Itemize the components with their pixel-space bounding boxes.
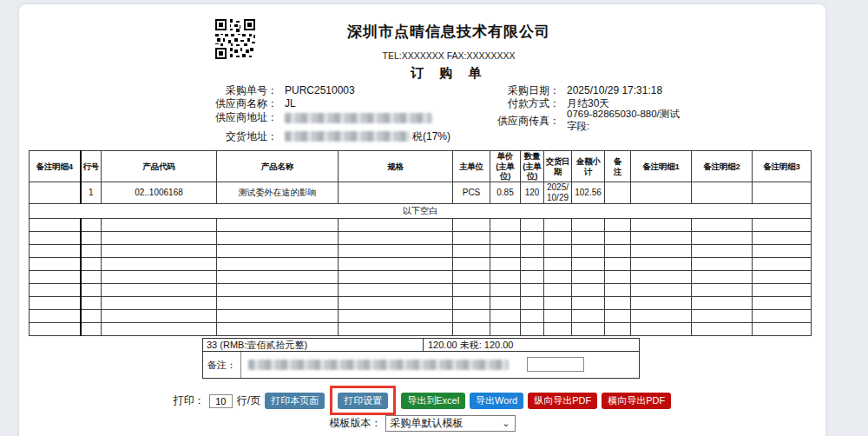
info-row: 付款方式：月结30天 bbox=[482, 97, 609, 109]
table-cell bbox=[572, 271, 605, 284]
table-cell bbox=[81, 284, 102, 297]
info-row: 采购单号：PURC2510003 bbox=[200, 84, 355, 96]
company-name: 深圳市点晴信息技术有限公司 bbox=[193, 22, 705, 42]
table-cell bbox=[631, 297, 692, 310]
table-cell bbox=[217, 323, 339, 336]
table-cell bbox=[631, 219, 692, 232]
table-cell bbox=[753, 323, 812, 336]
table-cell bbox=[81, 297, 102, 310]
table-cell bbox=[217, 271, 339, 284]
table-cell: 2025/10/29 bbox=[544, 182, 572, 204]
table-cell: 02..1006168 bbox=[102, 182, 217, 204]
table-cell bbox=[30, 245, 81, 258]
info-value: PURC2510003 bbox=[285, 84, 355, 96]
table-cell bbox=[490, 310, 521, 323]
empty-table-row bbox=[30, 284, 812, 297]
print-preview-page: 深圳市点晴信息技术有限公司 TEL:XXXXXXX FAX:XXXXXXXX 订… bbox=[19, 4, 825, 436]
export-excel-button[interactable]: 导出到Excel bbox=[401, 393, 465, 409]
table-cell bbox=[339, 182, 453, 204]
empty-table-row bbox=[30, 232, 812, 245]
table-cell bbox=[30, 219, 81, 232]
table-cell bbox=[30, 271, 81, 284]
info-value bbox=[285, 111, 432, 123]
table-cell bbox=[572, 232, 605, 245]
table-cell bbox=[30, 284, 81, 297]
table-cell bbox=[102, 258, 217, 271]
table-cell bbox=[102, 271, 217, 284]
info-value: 2025/10/29 17:31:18 bbox=[567, 84, 662, 96]
total-amount: 120.00 未税: 120.00 bbox=[424, 339, 639, 351]
header-cell: 产品名称 bbox=[217, 151, 339, 182]
table-cell bbox=[453, 323, 490, 336]
chevron-down-icon: ⌄ bbox=[502, 419, 510, 428]
table-cell bbox=[605, 232, 631, 245]
table-cell bbox=[631, 182, 692, 204]
table-cell bbox=[544, 232, 572, 245]
table-cell bbox=[521, 245, 544, 258]
table-cell bbox=[605, 182, 631, 204]
table-cell bbox=[692, 245, 753, 258]
table-cell bbox=[544, 219, 572, 232]
blank-note-cell: 以下空白 bbox=[30, 204, 812, 219]
table-cell bbox=[631, 258, 692, 271]
empty-table-row bbox=[30, 297, 812, 310]
export-pdf-portrait-button[interactable]: 纵向导出PDF bbox=[528, 393, 597, 409]
table-cell bbox=[453, 245, 490, 258]
table-cell bbox=[544, 271, 572, 284]
print-label: 打印： bbox=[174, 393, 205, 408]
table-cell bbox=[30, 182, 81, 204]
table-cell bbox=[217, 232, 339, 245]
table-cell bbox=[692, 271, 753, 284]
info-value: 0769-82865030-880/测试字段: bbox=[567, 109, 681, 133]
export-word-button[interactable]: 导出Word bbox=[470, 393, 523, 409]
table-cell bbox=[753, 182, 812, 204]
rows-per-page-input[interactable] bbox=[209, 394, 233, 408]
table-cell bbox=[692, 232, 753, 245]
table-cell bbox=[217, 219, 339, 232]
table-cell bbox=[572, 245, 605, 258]
info-label: 供应商地址： bbox=[200, 110, 278, 125]
table-cell bbox=[544, 323, 572, 336]
table-cell bbox=[605, 245, 631, 258]
table-cell bbox=[81, 245, 102, 258]
table-cell bbox=[605, 310, 631, 323]
export-pdf-landscape-button[interactable]: 横向导出PDF bbox=[602, 393, 671, 409]
table-cell bbox=[521, 219, 544, 232]
total-in-words: 33 (RMB:壹佰贰拾元整) bbox=[203, 339, 424, 351]
table-cell: 0.85 bbox=[490, 182, 521, 204]
table-cell bbox=[521, 297, 544, 310]
info-row: 供应商传真：0769-82865030-880/测试字段: bbox=[482, 109, 681, 133]
table-cell bbox=[490, 271, 521, 284]
header-cell: 备 注 bbox=[605, 151, 631, 182]
table-cell bbox=[30, 258, 81, 271]
empty-table-row bbox=[30, 323, 812, 336]
info-value: JL bbox=[285, 97, 296, 109]
table-cell bbox=[605, 258, 631, 271]
print-settings-button[interactable]: 打印设置 bbox=[338, 393, 388, 409]
table-cell bbox=[692, 284, 753, 297]
table-cell bbox=[521, 310, 544, 323]
table-cell bbox=[339, 258, 453, 271]
template-version-select[interactable]: 采购单默认模板 ⌄ bbox=[385, 415, 516, 432]
table-cell bbox=[692, 219, 753, 232]
table-cell bbox=[753, 219, 812, 232]
table-cell bbox=[572, 258, 605, 271]
table-cell bbox=[753, 245, 812, 258]
totals-summary-box: 33 (RMB:壹佰贰拾元整) 120.00 未税: 120.00 备注： bbox=[202, 338, 640, 379]
info-label: 供应商名称： bbox=[200, 96, 278, 111]
print-page-button[interactable]: 打印本页面 bbox=[265, 393, 325, 409]
table-cell bbox=[572, 323, 605, 336]
table-cell bbox=[81, 258, 102, 271]
table-cell bbox=[544, 297, 572, 310]
redacted-text bbox=[285, 131, 411, 142]
table-cell bbox=[453, 297, 490, 310]
print-toolbar: 打印： 行/页 打印本页面 打印设置 导出到Excel 导出Word 纵向导出P… bbox=[19, 393, 825, 409]
info-row: 采购日期：2025/10/29 17:31:18 bbox=[482, 84, 662, 96]
remark-redacted-text bbox=[248, 360, 509, 370]
info-label: 供应商传真： bbox=[482, 114, 560, 129]
table-cell bbox=[453, 232, 490, 245]
tel-fax-line: TEL:XXXXXXX FAX:XXXXXXXX bbox=[193, 50, 705, 61]
table-cell bbox=[572, 219, 605, 232]
remark-extra-field[interactable] bbox=[527, 357, 584, 372]
table-cell bbox=[521, 232, 544, 245]
